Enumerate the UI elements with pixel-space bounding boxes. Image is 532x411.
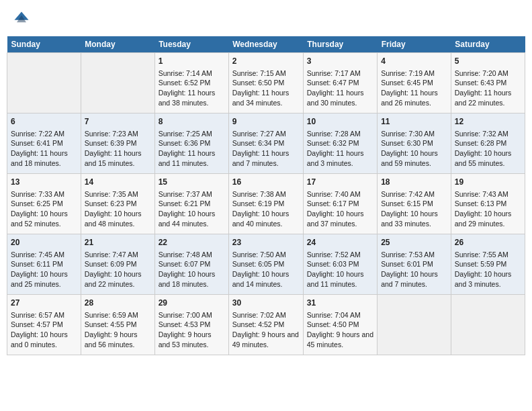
day-number: 9 <box>232 116 300 128</box>
day-info: Daylight: 9 hours and 53 minutes. <box>159 330 225 349</box>
calendar-cell: 30Sunrise: 7:02 AMSunset: 4:52 PMDayligh… <box>228 295 303 355</box>
day-info: Sunrise: 7:52 AM <box>307 250 373 260</box>
day-number: 28 <box>85 298 151 309</box>
calendar-cell <box>451 295 525 355</box>
day-number: 25 <box>381 237 447 248</box>
day-info: Sunrise: 7:25 AM <box>159 129 225 139</box>
day-info: Daylight: 11 hours and 18 minutes. <box>11 148 77 168</box>
day-info: Daylight: 11 hours and 30 minutes. <box>307 88 373 107</box>
day-info: Daylight: 10 hours and 40 minutes. <box>232 209 300 228</box>
day-info: Daylight: 10 hours and 11 minutes. <box>307 269 373 289</box>
day-info: Sunset: 6:01 PM <box>381 259 447 269</box>
day-number: 13 <box>11 177 77 188</box>
calendar-cell <box>7 53 81 113</box>
page-header <box>7 7 525 31</box>
day-info: Sunrise: 7:45 AM <box>11 250 77 260</box>
day-info: Sunrise: 7:17 AM <box>307 68 373 79</box>
calendar-table: SundayMondayTuesdayWednesdayThursdayFrid… <box>7 36 525 355</box>
day-info: Daylight: 11 hours and 3 minutes. <box>307 148 373 168</box>
calendar-cell <box>378 295 451 355</box>
day-number: 17 <box>307 177 373 188</box>
day-number: 11 <box>381 116 447 128</box>
day-number: 5 <box>455 56 521 67</box>
calendar-cell: 25Sunrise: 7:53 AMSunset: 6:01 PMDayligh… <box>378 234 451 295</box>
day-info: Sunset: 6:19 PM <box>232 199 300 209</box>
day-info: Daylight: 10 hours and 59 minutes. <box>381 148 447 168</box>
day-info: Sunrise: 7:32 AM <box>455 129 521 139</box>
day-number: 12 <box>455 116 521 128</box>
calendar-cell: 21Sunrise: 7:47 AMSunset: 6:09 PMDayligh… <box>81 234 154 295</box>
calendar-cell: 8Sunrise: 7:25 AMSunset: 6:36 PMDaylight… <box>154 113 228 174</box>
day-info: Daylight: 10 hours and 52 minutes. <box>11 209 77 228</box>
day-info: Sunrise: 7:37 AM <box>159 189 225 199</box>
calendar-cell: 22Sunrise: 7:48 AMSunset: 6:07 PMDayligh… <box>154 234 228 295</box>
calendar-cell: 24Sunrise: 7:52 AMSunset: 6:03 PMDayligh… <box>303 234 377 295</box>
day-info: Daylight: 10 hours and 48 minutes. <box>85 209 151 228</box>
day-info: Sunrise: 7:50 AM <box>232 250 300 260</box>
calendar-cell: 15Sunrise: 7:37 AMSunset: 6:21 PMDayligh… <box>154 174 228 234</box>
day-number: 15 <box>159 177 225 188</box>
day-info: Sunset: 6:15 PM <box>381 199 447 209</box>
day-info: Daylight: 10 hours and 29 minutes. <box>455 209 521 228</box>
day-info: Sunrise: 7:43 AM <box>455 189 521 199</box>
calendar-cell: 17Sunrise: 7:40 AMSunset: 6:17 PMDayligh… <box>303 174 377 234</box>
day-number: 26 <box>455 237 521 248</box>
column-header-thursday: Thursday <box>303 36 377 53</box>
calendar-cell: 3Sunrise: 7:17 AMSunset: 6:47 PMDaylight… <box>303 53 377 113</box>
calendar-cell: 9Sunrise: 7:27 AMSunset: 6:34 PMDaylight… <box>228 113 303 174</box>
calendar-cell: 5Sunrise: 7:20 AMSunset: 6:43 PMDaylight… <box>451 53 525 113</box>
day-info: Sunrise: 7:23 AM <box>85 129 151 139</box>
day-info: Sunset: 6:34 PM <box>232 138 300 148</box>
day-info: Sunrise: 6:59 AM <box>85 310 151 320</box>
calendar-cell: 16Sunrise: 7:38 AMSunset: 6:19 PMDayligh… <box>228 174 303 234</box>
day-info: Sunrise: 7:55 AM <box>455 250 521 260</box>
calendar-cell: 26Sunrise: 7:55 AMSunset: 5:59 PMDayligh… <box>451 234 525 295</box>
day-info: Sunset: 6:45 PM <box>381 78 447 88</box>
calendar-cell: 18Sunrise: 7:42 AMSunset: 6:15 PMDayligh… <box>378 174 451 234</box>
day-info: Sunrise: 7:15 AM <box>232 68 300 79</box>
day-info: Sunset: 4:50 PM <box>307 320 373 330</box>
calendar-cell: 14Sunrise: 7:35 AMSunset: 6:23 PMDayligh… <box>81 174 154 234</box>
calendar-cell: 27Sunrise: 6:57 AMSunset: 4:57 PMDayligh… <box>7 295 81 355</box>
calendar-cell: 10Sunrise: 7:28 AMSunset: 6:32 PMDayligh… <box>303 113 377 174</box>
day-info: Sunrise: 7:27 AM <box>232 129 300 139</box>
day-info: Daylight: 10 hours and 7 minutes. <box>381 269 447 289</box>
calendar-cell: 11Sunrise: 7:30 AMSunset: 6:30 PMDayligh… <box>378 113 451 174</box>
day-info: Sunrise: 7:19 AM <box>381 68 447 79</box>
day-number: 3 <box>307 56 373 67</box>
calendar-week-row: 20Sunrise: 7:45 AMSunset: 6:11 PMDayligh… <box>7 234 525 295</box>
day-info: Daylight: 11 hours and 15 minutes. <box>85 148 151 168</box>
column-header-wednesday: Wednesday <box>228 36 303 53</box>
day-info: Sunset: 6:25 PM <box>11 199 77 209</box>
day-info: Sunset: 6:28 PM <box>455 138 521 148</box>
day-info: Sunset: 4:53 PM <box>159 320 225 330</box>
day-info: Daylight: 10 hours and 33 minutes. <box>381 209 447 228</box>
day-info: Sunset: 6:09 PM <box>85 259 151 269</box>
day-info: Daylight: 9 hours and 56 minutes. <box>85 330 151 349</box>
calendar-cell: 4Sunrise: 7:19 AMSunset: 6:45 PMDaylight… <box>378 53 451 113</box>
day-info: Sunrise: 7:00 AM <box>159 310 225 320</box>
day-number: 8 <box>159 116 225 128</box>
calendar-cell <box>81 53 154 113</box>
day-number: 19 <box>455 177 521 188</box>
day-info: Sunset: 6:21 PM <box>159 199 225 209</box>
day-number: 24 <box>307 237 373 248</box>
column-header-tuesday: Tuesday <box>154 36 228 53</box>
day-number: 29 <box>159 298 225 309</box>
day-info: Sunrise: 7:28 AM <box>307 129 373 139</box>
day-info: Sunset: 6:52 PM <box>159 78 225 88</box>
day-info: Daylight: 10 hours and 18 minutes. <box>159 269 225 289</box>
calendar-week-row: 13Sunrise: 7:33 AMSunset: 6:25 PMDayligh… <box>7 174 525 234</box>
calendar-cell: 12Sunrise: 7:32 AMSunset: 6:28 PMDayligh… <box>451 113 525 174</box>
column-header-saturday: Saturday <box>451 36 525 53</box>
day-number: 16 <box>232 177 300 188</box>
day-info: Sunset: 6:07 PM <box>159 259 225 269</box>
day-info: Sunrise: 7:14 AM <box>159 68 225 79</box>
day-number: 14 <box>85 177 151 188</box>
day-info: Sunrise: 7:04 AM <box>307 310 373 320</box>
day-number: 10 <box>307 116 373 128</box>
day-info: Sunset: 6:05 PM <box>232 259 300 269</box>
day-info: Sunrise: 7:48 AM <box>159 250 225 260</box>
day-info: Sunset: 6:32 PM <box>307 138 373 148</box>
day-number: 2 <box>232 56 300 67</box>
